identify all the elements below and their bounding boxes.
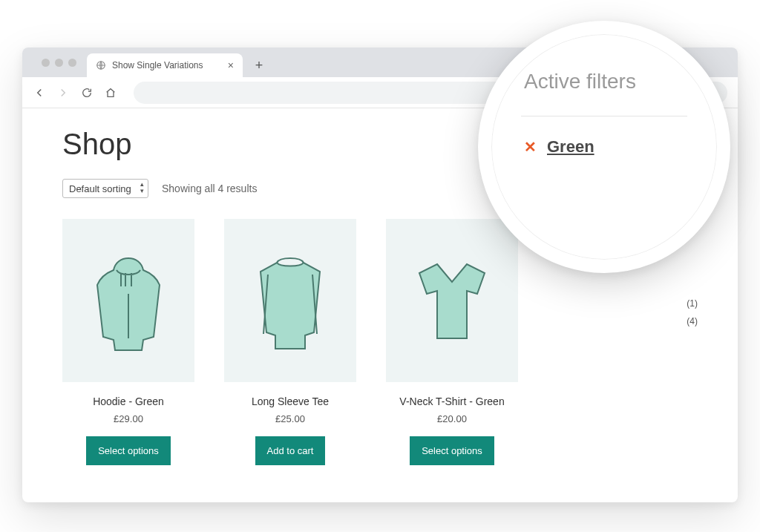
product-price: £20.00: [386, 413, 518, 424]
reload-button[interactable]: [80, 86, 94, 99]
browser-tab[interactable]: Show Single Variations ×: [87, 53, 243, 77]
back-button[interactable]: [33, 86, 46, 99]
select-options-button[interactable]: Select options: [410, 436, 494, 465]
product-price: £29.00: [62, 413, 194, 424]
filter-count: (4): [646, 316, 698, 326]
window-max-dot[interactable]: [68, 59, 76, 67]
window-close-dot[interactable]: [42, 59, 50, 67]
product-title: Long Sleeve Tee: [224, 395, 356, 407]
divider: [521, 116, 687, 116]
select-options-button[interactable]: Select options: [86, 436, 171, 465]
home-button[interactable]: [104, 86, 117, 99]
window-controls: [31, 47, 87, 77]
product-image: [224, 219, 356, 382]
active-filter-label[interactable]: Green: [547, 137, 594, 157]
filter-count: (1): [646, 298, 698, 309]
active-filter-row: ✕ Green: [521, 137, 687, 157]
sort-select[interactable]: Default sorting: [62, 179, 148, 198]
product-title: V-Neck T-Shirt - Green: [386, 395, 518, 407]
new-tab-button[interactable]: +: [249, 55, 269, 76]
product-title: Hoodie - Green: [62, 395, 194, 407]
tab-title: Show Single Variations: [112, 60, 203, 70]
product-card[interactable]: Hoodie - Green £29.00 Select options: [62, 219, 194, 465]
active-filters-heading: Active filters: [521, 70, 687, 93]
active-filters-magnifier: Active filters ✕ Green: [478, 21, 730, 273]
product-image: [386, 219, 518, 382]
remove-filter-icon[interactable]: ✕: [524, 139, 537, 154]
globe-icon: [96, 60, 106, 70]
window-min-dot[interactable]: [55, 59, 63, 67]
product-card[interactable]: Long Sleeve Tee £25.00 Add to cart: [224, 219, 356, 465]
product-image: [62, 219, 194, 382]
forward-button[interactable]: [56, 86, 70, 99]
product-card[interactable]: V-Neck T-Shirt - Green £20.00 Select opt…: [386, 219, 518, 465]
result-count: Showing all 4 results: [162, 183, 257, 194]
close-tab-button[interactable]: ×: [228, 59, 234, 71]
product-price: £25.00: [224, 413, 356, 424]
product-grid: Hoodie - Green £29.00 Select options Lon…: [62, 219, 616, 465]
add-to-cart-button[interactable]: Add to cart: [255, 436, 326, 465]
